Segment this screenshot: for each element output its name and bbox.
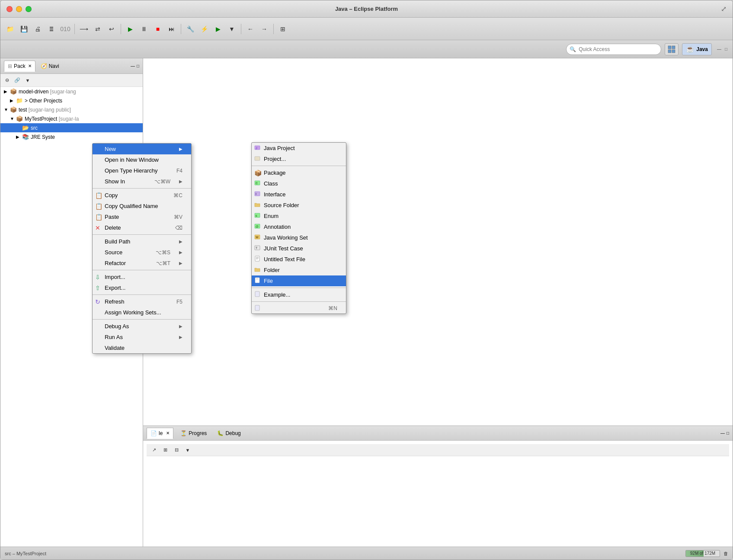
run2-btn[interactable]: ⇄ — [92, 23, 104, 35]
build-btn[interactable]: 🔧 — [184, 23, 196, 35]
step-btn[interactable]: ⏭ — [166, 23, 178, 35]
runconfig-btn[interactable]: ⚡ — [198, 23, 210, 35]
tree-item-jre[interactable]: ▶ 📚 JRE Syste — [0, 132, 143, 141]
menu-item-other[interactable]: ⌘N — [252, 303, 346, 314]
console-tab-close[interactable]: ✕ — [166, 431, 170, 435]
menu-item-copy-qualified[interactable]: 📋 Copy Qualified Name — [93, 201, 191, 211]
sep2 — [121, 24, 121, 34]
quick-access-input[interactable] — [566, 44, 661, 55]
bottom-toolbar-btn3[interactable]: ⊟ — [172, 445, 181, 455]
menu-item-run-as[interactable]: Run As ▶ — [93, 332, 191, 342]
tab-navi[interactable]: 🧭 Navi — [37, 61, 63, 72]
maximize-button[interactable] — [26, 6, 32, 12]
play-btn[interactable]: ▶ — [124, 23, 136, 35]
menu-item-java-project[interactable]: J Java Project — [252, 143, 346, 154]
tree-item-other-projects[interactable]: ▶ 📁 > Other Projects — [0, 96, 143, 105]
expand-arrow-jre[interactable]: ▶ — [16, 134, 20, 139]
panel-minimize-icon[interactable]: — — [717, 47, 721, 51]
java-perspective-btn[interactable]: ☕ Java — [682, 43, 712, 55]
menu-item-debug-as[interactable]: Debug As ▶ — [93, 321, 191, 332]
show-in-shortcut: ⌥⌘W — [154, 179, 170, 185]
tab-console[interactable]: 📄 le ✕ — [147, 428, 173, 439]
source-shortcut: ⌥⌘S — [156, 250, 170, 256]
panel-maximize-btn[interactable]: □ — [137, 64, 139, 68]
menu-item-class[interactable]: C Class — [252, 178, 346, 189]
nav-fwd-btn[interactable]: → — [258, 23, 270, 35]
tree-item-mytestproject[interactable]: ▼ 📦 MyTestProject [sugar-la — [0, 114, 143, 123]
expand-arrow-mytest[interactable]: ▼ — [10, 116, 14, 121]
tab-progress[interactable]: ⏳ Progres — [177, 428, 210, 439]
menu-item-validate[interactable]: Validate — [93, 342, 191, 353]
bottom-panel-minimize-btn[interactable]: — — [720, 431, 725, 435]
menu-item-new[interactable]: ✦ New ▶ — [93, 144, 191, 154]
paste-icon: 📋 — [95, 214, 102, 221]
print-btn[interactable]: 🖨 — [32, 23, 44, 35]
expand-arrow-other[interactable]: ▶ — [10, 98, 14, 103]
settings-btn[interactable] — [45, 23, 58, 35]
pause-btn[interactable]: ⏸ — [138, 23, 150, 35]
menu-item-assign-working-sets[interactable]: Assign Working Sets... — [93, 307, 191, 318]
paste-shortcut: ⌘V — [174, 214, 182, 220]
menu-item-junit-test-case[interactable]: T JUnit Test Case — [252, 243, 346, 254]
collapse-all-btn[interactable]: ⊖ — [2, 76, 12, 85]
gc-icon[interactable]: 🗑 — [723, 551, 728, 556]
extra-btn[interactable]: ⊞ — [277, 23, 289, 35]
menu-item-open-new-window[interactable]: Open in New Window — [93, 154, 191, 165]
menu-item-java-working-set[interactable]: W Java Working Set — [252, 232, 346, 243]
stop-btn[interactable]: ■ — [152, 23, 164, 35]
menu-item-interface[interactable]: I Interface — [252, 189, 346, 200]
menu-item-annotation[interactable]: @ Annotation — [252, 221, 346, 232]
menu-item-delete[interactable]: ✕ Delete ⌫ — [93, 222, 191, 233]
menu-item-build-path[interactable]: Build Path ▶ — [93, 236, 191, 247]
bottom-toolbar-dropdown[interactable]: ▼ — [183, 445, 192, 455]
menu-item-copy[interactable]: 📋 Copy ⌘C — [93, 190, 191, 201]
menu-item-open-type-hierarchy[interactable]: Open Type Hierarchy F4 — [93, 165, 191, 176]
perspective-open-btn[interactable] — [665, 43, 679, 55]
new-file-btn[interactable]: 📁 — [4, 23, 16, 35]
view-menu-btn[interactable]: ▼ — [23, 76, 32, 85]
tree-item-test[interactable]: ▼ 📦 test [sugar-lang public] — [0, 105, 143, 114]
pack-tab-icon: ⊞ — [8, 63, 12, 69]
menu-item-import[interactable]: ⇩ Import... — [93, 272, 191, 282]
menu-item-export[interactable]: ⇧ Export... — [93, 282, 191, 293]
run3-btn[interactable]: ▶ — [212, 23, 224, 35]
menu-item-untitled-text[interactable]: Untitled Text File — [252, 254, 346, 265]
menu-item-file[interactable]: File — [252, 275, 346, 286]
nav-back-btn[interactable]: ← — [244, 23, 256, 35]
menu-item-show-in[interactable]: Show In ⌥⌘W ▶ — [93, 176, 191, 187]
pack-tab-close[interactable]: ✕ — [28, 64, 32, 68]
bottom-panel-maximize-btn[interactable]: □ — [727, 431, 729, 435]
tab-debug[interactable]: 🐛 Debug — [214, 428, 244, 439]
bottom-toolbar-btn1[interactable]: ↗ — [149, 445, 159, 455]
svg-rect-9 — [255, 157, 260, 160]
panel-controls: — □ — [131, 64, 139, 68]
sep1 — [74, 24, 75, 34]
svg-text:T: T — [256, 246, 258, 250]
tab-pack[interactable]: ⊞ Pack ✕ — [4, 61, 35, 72]
menu-item-enum[interactable]: E Enum — [252, 211, 346, 221]
menu-item-paste[interactable]: 📋 Paste ⌘V — [93, 211, 191, 222]
save-btn[interactable]: 💾 — [18, 23, 30, 35]
menu-item-example[interactable]: Example... — [252, 289, 346, 300]
bottom-toolbar-btn2[interactable]: ⊞ — [160, 445, 170, 455]
back-btn[interactable]: ↩ — [106, 23, 118, 35]
close-button[interactable] — [6, 6, 13, 12]
tree-item-model-driven[interactable]: ▶ 📦 model-driven [sugar-lang — [0, 87, 143, 96]
expand-arrow-model[interactable]: ▶ — [4, 89, 8, 94]
run-btn[interactable]: ⟶ — [78, 23, 90, 35]
tree-item-src[interactable]: 📂 src — [0, 123, 143, 132]
debug-btn[interactable]: 010 — [59, 23, 71, 35]
menu-item-source-folder[interactable]: Source Folder — [252, 200, 346, 211]
menu-item-project[interactable]: Project... — [252, 154, 346, 164]
menu-item-refactor[interactable]: Refactor ⌥⌘T ▶ — [93, 258, 191, 269]
panel-minimize-btn[interactable]: — — [131, 64, 135, 68]
panel-maximize-icon[interactable]: □ — [725, 47, 727, 51]
menu-item-source[interactable]: Source ⌥⌘S ▶ — [93, 247, 191, 258]
run-dropdown-btn[interactable]: ▼ — [226, 23, 238, 35]
menu-item-refresh[interactable]: ↻ Refresh F5 — [93, 296, 191, 307]
link-editor-btn[interactable]: 🔗 — [13, 76, 22, 85]
minimize-button[interactable] — [16, 6, 22, 12]
menu-item-folder[interactable]: Folder — [252, 265, 346, 275]
menu-item-package[interactable]: 📦 Package — [252, 167, 346, 178]
expand-arrow-test[interactable]: ▼ — [4, 107, 8, 112]
